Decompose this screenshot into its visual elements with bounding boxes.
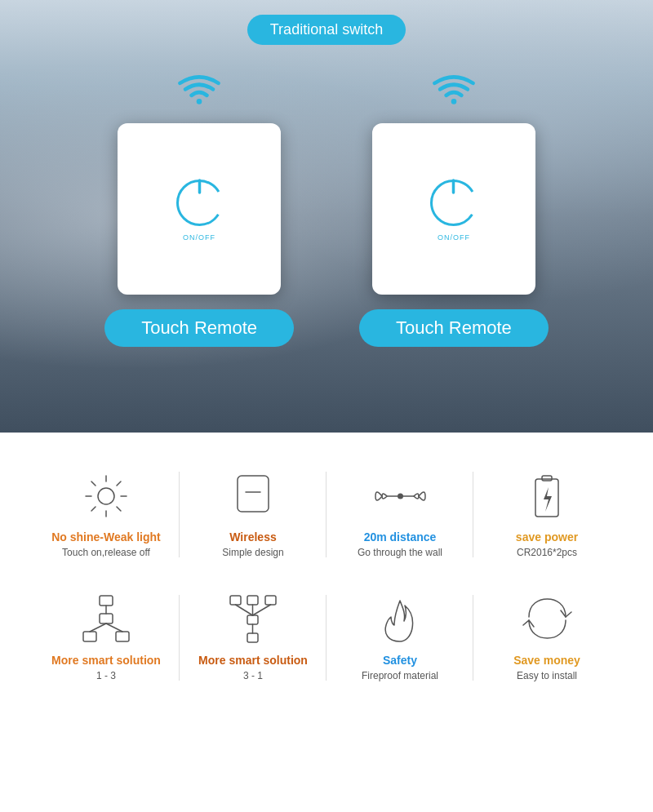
feature-sub-5: 1 - 3 (96, 669, 116, 683)
svg-point-17 (398, 493, 403, 499)
feature-title-5: More smart solution (51, 654, 161, 667)
svg-rect-30 (247, 596, 258, 605)
svg-line-11 (91, 481, 96, 486)
svg-rect-21 (542, 476, 552, 481)
switch-panel-2: ON/OFF (372, 123, 535, 295)
network2-icon (224, 592, 282, 646)
svg-rect-25 (116, 632, 129, 641)
svg-rect-32 (247, 615, 258, 624)
feature-title-6: More smart solution (198, 654, 308, 667)
touch-badge-2: Touch Remote (359, 309, 549, 347)
svg-line-36 (252, 605, 270, 615)
feature-save-money: Save money Easy to install (473, 584, 620, 691)
feature-network1: More smart solution 1 - 3 (33, 584, 180, 691)
network1-icon (78, 592, 135, 646)
hero-section: Traditional switch ON/OFF (0, 0, 653, 433)
switch-item-2: ON/OFF Touch Remote (359, 69, 549, 347)
feature-sub-4: CR2016*2pcs (517, 546, 577, 560)
features-row-1: No shine-Weak light Touch on,release off… (33, 461, 620, 568)
svg-line-13 (117, 481, 121, 486)
feature-sub-2: Simple design (222, 546, 283, 560)
feature-sub-3: Go through the wall (358, 546, 442, 560)
wireless-icon (224, 469, 282, 522)
feature-sub-1: Touch on,release off (62, 546, 150, 560)
feature-dim-light: No shine-Weak light Touch on,release off (33, 461, 180, 568)
svg-rect-24 (83, 632, 96, 641)
wifi-icon-2 (429, 69, 478, 113)
svg-rect-23 (100, 614, 113, 623)
svg-rect-31 (265, 596, 276, 605)
on-off-label: ON/OFF (183, 233, 215, 242)
sun-icon (78, 469, 135, 522)
switch-item-1: ON/OFF Touch Remote (104, 69, 294, 347)
feature-title-2: Wireless (229, 530, 276, 544)
svg-line-12 (117, 507, 121, 511)
feature-network2: More smart solution 3 - 1 (180, 584, 326, 691)
traditional-badge: Traditional switch (247, 15, 406, 45)
signal-icon (371, 469, 429, 522)
switch-panel-1: ON/OFF (118, 123, 281, 295)
battery-icon (518, 469, 575, 522)
wifi-icon-1 (175, 69, 224, 113)
features-section: No shine-Weak light Touch on,release off… (0, 433, 653, 724)
feature-title-8: Save money (513, 654, 580, 667)
feature-wireless: Wireless Simple design (180, 461, 326, 568)
feature-title-7: Safety (383, 654, 417, 667)
touch-badge-1: Touch Remote (104, 309, 294, 347)
sync-icon (518, 592, 575, 646)
on-off-label-2: ON/OFF (438, 233, 470, 242)
svg-point-3 (451, 99, 457, 104)
feature-title-3: 20m distance (364, 530, 437, 544)
features-row-2: More smart solution 1 - 3 (33, 584, 620, 691)
svg-rect-15 (238, 476, 269, 512)
svg-line-14 (91, 507, 96, 511)
svg-line-28 (106, 623, 122, 632)
feature-sub-7: Fireproof material (362, 669, 438, 683)
svg-point-6 (98, 488, 114, 504)
svg-line-27 (90, 623, 106, 632)
svg-rect-33 (247, 633, 258, 642)
feature-title-1: No shine-Weak light (51, 530, 161, 544)
switches-row: ON/OFF Touch Remote (104, 69, 549, 347)
feature-safety: Safety Fireproof material (326, 584, 473, 691)
svg-line-34 (235, 605, 252, 615)
fire-icon (371, 592, 429, 646)
feature-sub-6: 3 - 1 (243, 669, 263, 683)
feature-distance: 20m distance Go through the wall (326, 461, 473, 568)
feature-save-power: save power CR2016*2pcs (473, 461, 620, 568)
svg-point-0 (197, 99, 202, 104)
svg-rect-29 (230, 596, 241, 605)
feature-sub-8: Easy to install (517, 669, 577, 683)
svg-rect-22 (100, 596, 113, 606)
feature-title-4: save power (516, 530, 578, 544)
